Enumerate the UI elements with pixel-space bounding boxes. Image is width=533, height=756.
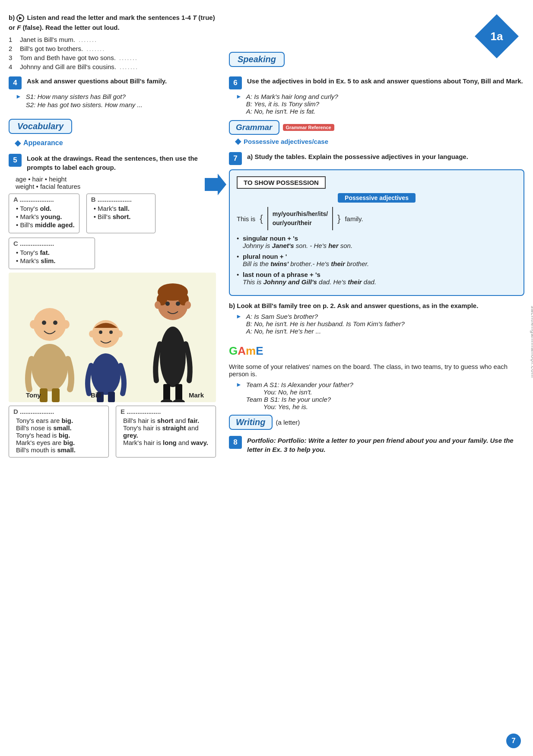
- speaking-banner: Speaking: [229, 52, 285, 67]
- game-dialogue: ► Team A S1: Is Alexander your father? Y…: [236, 381, 524, 410]
- svg-point-10: [99, 330, 102, 334]
- right-brace: }: [337, 213, 340, 224]
- lesson-badge: 1a: [475, 14, 519, 58]
- writing-banner: Writing: [229, 415, 273, 430]
- svg-point-2: [42, 321, 46, 325]
- svg-point-8: [91, 353, 121, 395]
- group-d-item-4: Mark's eyes are big.: [16, 439, 104, 446]
- watermark: sachtienganhhanoọi.com: [530, 306, 533, 378]
- section7b: b) Look at Bill's family tree on p. 2. A…: [229, 302, 524, 309]
- grammar-banner: Grammar: [229, 120, 279, 135]
- svg-point-23: [155, 301, 161, 309]
- group-e-label: E ...................: [121, 408, 211, 415]
- appearance-header: ◆ Appearance: [15, 138, 216, 148]
- section5-num: 5: [9, 154, 22, 167]
- grammar-ref-badge: Grammar Reference: [283, 124, 334, 131]
- mark-label: Mark: [189, 391, 204, 399]
- brace-content: my/your/his/her/its/ our/your/their: [267, 207, 333, 230]
- diamond-icon-2: ◆: [235, 137, 241, 146]
- section8-text: Portfolio: Portfolio: Write a letter to …: [247, 436, 524, 454]
- sentence-item-4: 4 Johnny and Gill are Bill's cousins. ..…: [9, 63, 216, 70]
- svg-point-22: [176, 302, 180, 306]
- section4-row: 4 Ask and answer questions about Bill's …: [9, 76, 216, 89]
- group-e-list: Bill's hair is short and fair. Tony's ha…: [121, 417, 211, 446]
- group-a-item-2: Mark's young.: [16, 213, 75, 220]
- bill-figure: [82, 307, 130, 402]
- group-c-item-2: Mark's slim.: [16, 257, 90, 264]
- game-team-a: Team A S1: Is Alexander your father?: [246, 381, 353, 388]
- svg-marker-29: [205, 174, 226, 195]
- svg-rect-15: [108, 392, 115, 402]
- writing-header: Writing (a letter): [229, 415, 524, 430]
- group-a-item-3: Bill's middle aged.: [16, 221, 75, 229]
- game-g: G: [229, 344, 238, 358]
- sentence-item-1: 1 Janet is Bill's mum. .......: [9, 36, 216, 43]
- dialogue1-q: A: Is Mark's hair long and curly?: [246, 93, 338, 100]
- dialogue1-arrow: ►: [236, 93, 242, 100]
- svg-point-3: [53, 321, 57, 325]
- group-a-box: A ................... Tony's old. Mark's…: [9, 194, 79, 233]
- section6-row: 6 Use the adjectives in bold in Ex. 5 to…: [229, 76, 524, 89]
- game-you2: You: Yes, he is.: [246, 403, 353, 410]
- game-arrow: ►: [236, 381, 242, 388]
- left-brace: {: [260, 213, 263, 224]
- sentence-item-3: 3 Tom and Beth have got two sons. ......…: [9, 54, 216, 61]
- group-d-list: Tony's ears are big. Bill's nose is smal…: [13, 417, 104, 454]
- rule-1: singular noun + 's Johnny is Janet's son…: [237, 235, 517, 249]
- rule-3: last noun of a phrase + 's This is Johnn…: [237, 271, 517, 286]
- dialogue1: ► A: Is Mark's hair long and curly? B: Y…: [236, 93, 524, 115]
- svg-point-28: [173, 399, 185, 402]
- this-is-row: This is { my/your/his/her/its/ our/your/…: [237, 207, 517, 230]
- prompts: age • hair • height weight • facial feat…: [16, 175, 216, 190]
- group-e-item-3: Mark's hair is long and wavy.: [123, 439, 211, 446]
- section6-num: 6: [229, 76, 242, 89]
- group-a-list: Tony's old. Mark's young. Bill's middle …: [13, 205, 75, 229]
- group-a-label: A ...................: [13, 196, 75, 203]
- vocab-banner: Vocabulary: [9, 119, 72, 134]
- tony-figure: [22, 290, 78, 402]
- possession-top-label: TO SHOW POSSESSION: [237, 176, 326, 189]
- section7-text: a) Study the tables. Explain the possess…: [247, 152, 468, 161]
- dialogue2-q: A: Is Sam Sue's brother?: [246, 313, 405, 320]
- section4-text: Ask and answer questions about Bill's fa…: [27, 76, 167, 86]
- group-c-item-1: Tony's fat.: [16, 249, 90, 256]
- svg-point-5: [63, 320, 70, 329]
- section6-text: Use the adjectives in bold in Ex. 5 to a…: [247, 76, 523, 86]
- dialogue2: ► A: Is Sam Sue's brother? B: No, he isn…: [236, 313, 524, 335]
- game-team-b: Team B S1: Is he your uncle?: [246, 396, 353, 403]
- section8-row: 8 Portfolio: Portfolio: Write a letter t…: [229, 436, 524, 454]
- section8-num: 8: [229, 436, 242, 449]
- game-header: GAmE: [229, 340, 524, 360]
- section7-num: 7: [229, 152, 242, 165]
- group-b-list: Mark's tall. Bill's short.: [91, 205, 151, 220]
- svg-point-16: [160, 327, 186, 387]
- group-e-item-1: Bill's hair is short and fair.: [123, 417, 211, 424]
- group-d-label: D ...................: [13, 408, 104, 415]
- s-prompt: ► S1: How many sisters has Bill got? S2:…: [16, 93, 216, 109]
- game-text: Write some of your relatives' names on t…: [229, 363, 524, 378]
- s2-line: S2: He has got two sisters. How many ...: [26, 101, 143, 108]
- character-illustration: Tony Bill: [9, 273, 216, 402]
- section4-num: 4: [9, 76, 22, 89]
- possession-area: TO SHOW POSSESSION Possessive adjectives…: [229, 169, 524, 296]
- section5-text: Look at the drawings. Read the sentences…: [27, 154, 216, 172]
- poss-adj-badge: Possessive adjectives: [338, 193, 416, 203]
- svg-rect-7: [52, 388, 60, 402]
- this-is-text: This is: [237, 215, 255, 222]
- family-word: family.: [345, 215, 363, 222]
- group-c-row: C ................... Tony's fat. Mark's…: [9, 238, 216, 269]
- svg-point-27: [161, 399, 173, 402]
- dialogue2-arrow: ►: [236, 313, 242, 320]
- grammar-sub: ◆ Possessive adjectives/case: [235, 137, 524, 146]
- group-c-label: C ...................: [13, 240, 90, 247]
- game-e: E: [256, 344, 263, 358]
- group-d-item-3: Tony's head is big.: [16, 432, 104, 439]
- game-you1: You: No, he isn't.: [246, 388, 353, 396]
- game-m: m: [246, 344, 256, 358]
- rule-2: plural noun + ' Bill is the twins' broth…: [237, 253, 517, 267]
- listen-icon: [16, 14, 24, 22]
- s1-line: S1: How many sisters has Bill got?: [26, 93, 143, 100]
- svg-point-21: [165, 302, 170, 306]
- sentence-item-2: 2 Bill's got two brothers. .......: [9, 45, 216, 52]
- group-e-item-2: Tony's hair is straight and grey.: [123, 424, 211, 439]
